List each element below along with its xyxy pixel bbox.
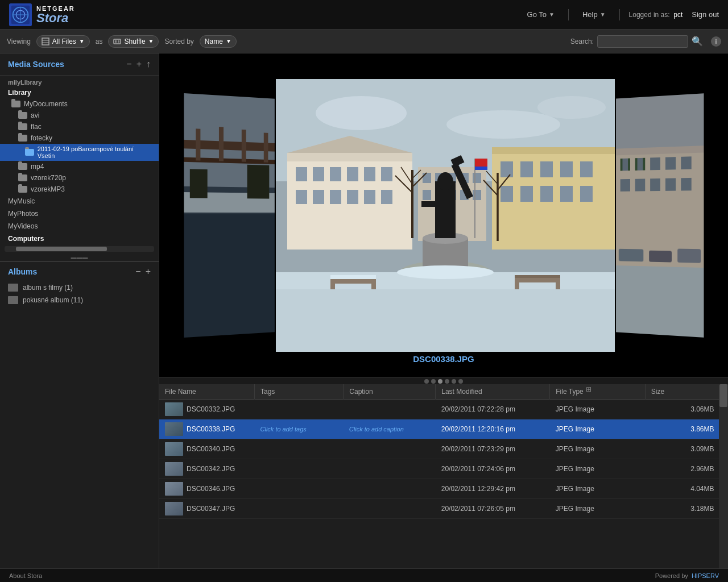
table-row[interactable]: DSC00338.JPG Click to add tags Click to … xyxy=(159,419,728,439)
sorted-by-label: Sorted by xyxy=(164,38,193,45)
cell-filename: DSC00346.JPG xyxy=(159,479,255,499)
sign-out-button[interactable]: Sign out xyxy=(692,10,719,19)
svg-rect-85 xyxy=(421,201,437,207)
albums-plus-btn[interactable]: + xyxy=(146,267,151,277)
media-sources-plus-btn[interactable]: + xyxy=(136,59,142,69)
table-row[interactable]: DSC00332.JPG 20/02/2011 07:22:28 pm JPEG… xyxy=(159,400,728,419)
cell-caption xyxy=(344,479,436,499)
svg-rect-33 xyxy=(313,167,324,181)
files-icon xyxy=(42,38,49,45)
album-item-2[interactable]: pokusné album (11) xyxy=(0,294,159,306)
photo-left xyxy=(184,93,274,338)
sidebar-controls: − + ↑ xyxy=(126,59,151,69)
sidebar-scrollbar-thumb[interactable] xyxy=(16,247,107,251)
goto-button[interactable]: Go To ▼ xyxy=(523,8,559,21)
header: NETGEAR Stora Go To ▼ Help ▼ Logged in a… xyxy=(0,0,728,30)
sidebar-item-mydocuments[interactable]: MyDocuments xyxy=(0,98,159,110)
cell-modified: 20/02/2011 07:23:29 pm xyxy=(436,439,550,459)
file-table-container[interactable]: ⊞ File Name Tags Caption xyxy=(159,384,728,568)
media-sources-minus-btn[interactable]: − xyxy=(126,59,131,69)
table-vertical-scrollbar[interactable] xyxy=(719,384,728,568)
scroll-indicator xyxy=(159,377,728,384)
library-label: Library xyxy=(0,87,159,98)
sort-select[interactable]: Name ▼ xyxy=(200,35,237,48)
svg-rect-108 xyxy=(681,156,691,169)
albums-minus-btn[interactable]: − xyxy=(135,267,140,277)
svg-rect-88 xyxy=(515,278,560,282)
albums-title: Albums xyxy=(8,267,135,276)
col-size: Size xyxy=(645,384,727,400)
col-resize-filetype[interactable] xyxy=(643,384,645,399)
file-thumbnail xyxy=(165,442,183,456)
cell-tags xyxy=(255,499,344,519)
help-button[interactable]: Help ▼ xyxy=(578,8,610,21)
sidebar-resize-handle[interactable]: ▬▬▬ xyxy=(0,253,159,261)
table-scrollbar-thumb[interactable] xyxy=(719,384,727,407)
media-sources-header: Media Sources − + ↑ xyxy=(0,53,159,76)
sidebar-item-vzorekMP3[interactable]: vzorekMP3 xyxy=(0,184,159,195)
sidebar-item-flac[interactable]: flac xyxy=(0,121,159,132)
file-thumbnail xyxy=(165,482,183,496)
col-resize-filename[interactable] xyxy=(252,384,254,399)
svg-rect-32 xyxy=(296,167,307,181)
logo-area: NETGEAR Stora xyxy=(9,3,523,26)
album-icon xyxy=(8,296,18,304)
col-resize-caption[interactable] xyxy=(433,384,435,399)
sidebar-item-myphotos[interactable]: MyPhotos xyxy=(0,207,159,220)
sidebar-item-mymusic[interactable]: MyMusic xyxy=(0,195,159,207)
logo-text: NETGEAR Stora xyxy=(36,5,75,24)
search-label: Search: xyxy=(570,38,594,45)
svg-rect-54 xyxy=(540,186,553,202)
logged-username: pct xyxy=(673,11,682,19)
svg-point-29 xyxy=(537,96,606,119)
svg-rect-55 xyxy=(560,186,573,202)
sidebar-item-subfolder[interactable]: 2011-02-19 poBarcampové toulání Vsetin xyxy=(0,144,159,161)
search-input[interactable] xyxy=(597,35,688,48)
svg-rect-63 xyxy=(423,190,431,200)
col-resize-tags[interactable] xyxy=(341,384,343,399)
column-resize-handle[interactable]: ⊞ xyxy=(586,385,592,393)
photo-right xyxy=(615,93,703,338)
svg-rect-17 xyxy=(218,127,223,161)
table-row[interactable]: DSC00340.JPG 20/02/2011 07:23:29 pm JPEG… xyxy=(159,439,728,459)
cell-filetype: JPEG Image xyxy=(550,400,646,419)
sidebar-item-avi[interactable]: avi xyxy=(0,110,159,121)
cell-caption[interactable]: Click to add caption xyxy=(344,419,436,439)
album-item-1[interactable]: album s filmy (1) xyxy=(0,281,159,294)
cell-tags[interactable]: Click to add tags xyxy=(255,419,344,439)
table-row[interactable]: DSC00346.JPG 20/02/2011 12:29:42 pm JPEG… xyxy=(159,479,728,499)
sidebar-item-myvideos[interactable]: MyVideos xyxy=(0,220,159,232)
svg-rect-39 xyxy=(313,190,324,204)
table-row[interactable]: DSC00347.JPG 20/02/2011 07:26:05 pm JPEG… xyxy=(159,499,728,519)
hipserv-link[interactable]: HIPSERV xyxy=(692,572,719,579)
svg-rect-112 xyxy=(665,178,675,190)
info-button[interactable]: i xyxy=(711,36,721,47)
folder-icon xyxy=(18,112,27,119)
photo-viewer[interactable]: DSC00338.JPG xyxy=(159,53,728,377)
svg-point-87 xyxy=(397,265,494,279)
folder-icon xyxy=(11,101,20,107)
sidebar-item-mp4[interactable]: mp4 xyxy=(0,161,159,172)
sidebar-horizontal-scrollbar[interactable] xyxy=(5,246,154,252)
search-icon[interactable]: 🔍 xyxy=(692,36,703,47)
about-stora-link[interactable]: About Stora xyxy=(9,572,42,579)
cell-caption xyxy=(344,439,436,459)
sidebar-item-fotecky[interactable]: fotecky xyxy=(0,132,159,144)
all-files-select[interactable]: All Files ▼ xyxy=(36,35,90,48)
svg-rect-92 xyxy=(330,279,376,284)
cell-caption xyxy=(344,499,436,519)
svg-rect-11 xyxy=(118,40,119,43)
cell-size: 3.86MB xyxy=(645,419,727,439)
table-row[interactable]: DSC00342.JPG 20/02/2011 07:24:06 pm JPEG… xyxy=(159,459,728,479)
svg-point-28 xyxy=(446,110,560,139)
svg-rect-46 xyxy=(492,147,615,154)
sidebar-item-computers[interactable]: Computers xyxy=(0,232,159,245)
shuffle-select[interactable]: Shuffle ▼ xyxy=(108,35,159,48)
file-thumbnail xyxy=(165,402,183,416)
col-filetype: File Type xyxy=(550,384,646,400)
svg-rect-52 xyxy=(500,186,513,202)
media-sources-up-btn[interactable]: ↑ xyxy=(146,59,151,69)
photo-main xyxy=(276,79,615,352)
sidebar-item-vzorek720p[interactable]: vzorek720p xyxy=(0,172,159,184)
col-resize-modified[interactable] xyxy=(547,384,549,399)
